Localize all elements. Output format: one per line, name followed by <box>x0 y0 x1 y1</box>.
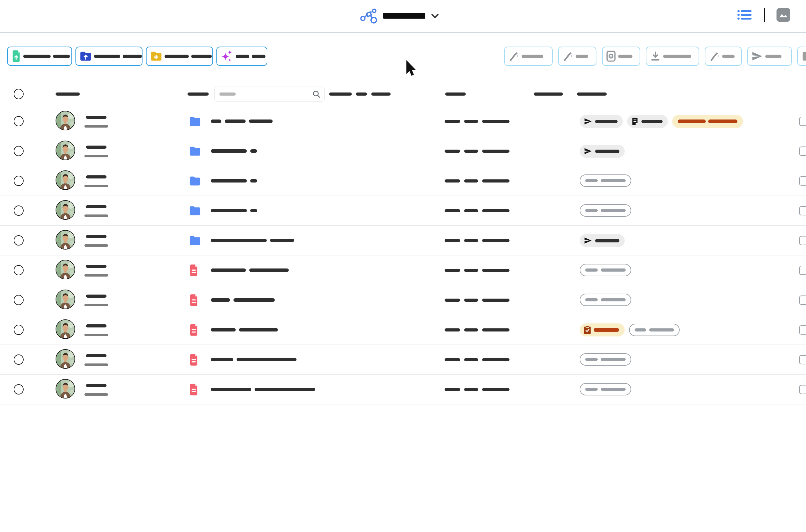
workspace-switcher[interactable] <box>359 7 440 24</box>
table-row[interactable] <box>0 196 806 226</box>
table-row[interactable] <box>0 166 806 196</box>
redacted-text <box>53 55 70 58</box>
redacted-text <box>482 239 509 242</box>
row-checkbox[interactable] <box>14 206 24 216</box>
redacted-text <box>356 93 367 96</box>
sparkles-icon <box>221 49 233 63</box>
status-chips <box>580 115 743 128</box>
new-folder-button[interactable] <box>146 46 213 66</box>
redacted-text <box>445 358 460 361</box>
status-chips <box>580 293 631 306</box>
scan-button[interactable] <box>602 46 640 66</box>
status-chips <box>580 234 625 247</box>
row-checkbox[interactable] <box>14 325 24 335</box>
folder-icon <box>189 115 201 128</box>
table-row[interactable] <box>0 226 806 255</box>
row-checkbox[interactable] <box>14 355 24 365</box>
download-button[interactable] <box>646 46 699 66</box>
download-icon <box>650 51 661 61</box>
date-redacted <box>445 388 509 391</box>
send-icon <box>584 237 592 244</box>
bulk-action-1-button[interactable] <box>504 46 552 66</box>
bulk-action-2-button[interactable] <box>558 46 596 66</box>
user-avatar <box>56 379 75 399</box>
upload-file-button[interactable] <box>7 46 72 66</box>
folder-icon <box>189 204 201 217</box>
redacted-text <box>464 120 478 123</box>
row-action-button[interactable] <box>799 147 806 156</box>
search-input[interactable] <box>214 87 325 101</box>
clipboard-check-icon <box>584 326 591 334</box>
row-action-button[interactable] <box>799 296 806 305</box>
overflow-button[interactable] <box>797 46 806 66</box>
row-checkbox[interactable] <box>14 384 24 395</box>
row-action-button[interactable] <box>799 117 806 126</box>
row-action-button[interactable] <box>799 355 806 364</box>
send-button[interactable] <box>747 46 792 66</box>
table-row[interactable] <box>0 107 806 136</box>
status-chip-outline <box>580 174 631 187</box>
redacted-text <box>464 358 478 361</box>
list-view-button[interactable] <box>737 9 752 20</box>
user-avatar <box>56 140 75 160</box>
status-chip-outline <box>580 204 631 217</box>
file-upload-icon <box>12 50 21 62</box>
redacted-text <box>86 146 107 149</box>
row-action-button[interactable] <box>799 206 806 215</box>
table-row[interactable] <box>0 136 806 166</box>
redacted-text <box>329 93 352 96</box>
redacted-text <box>85 185 108 187</box>
redacted-text <box>371 93 391 96</box>
file-name-redacted <box>211 388 315 391</box>
redacted-text <box>482 388 509 391</box>
document-icon <box>189 264 199 277</box>
row-action-button[interactable] <box>799 176 806 186</box>
upload-folder-button[interactable] <box>75 46 143 66</box>
date-redacted <box>445 209 509 212</box>
table-row[interactable] <box>0 375 806 404</box>
redacted-text <box>86 294 107 298</box>
redacted-text <box>85 214 108 217</box>
status-chip-sent <box>580 145 625 158</box>
row-checkbox[interactable] <box>14 116 24 126</box>
ai-assist-button[interactable] <box>217 46 267 66</box>
redacted-text <box>635 328 646 331</box>
row-checkbox[interactable] <box>14 265 24 275</box>
row-checkbox[interactable] <box>14 235 24 246</box>
row-action-button[interactable] <box>799 325 806 335</box>
redacted-text <box>211 388 251 391</box>
redacted-text <box>601 298 625 301</box>
redacted-text <box>86 175 107 178</box>
date-redacted <box>445 120 509 123</box>
mouse-cursor <box>406 60 417 77</box>
redacted-text <box>255 388 315 391</box>
redacted-text <box>595 239 619 242</box>
select-all-checkbox[interactable] <box>14 89 24 99</box>
row-action-button[interactable] <box>799 236 806 245</box>
status-chip-outline <box>629 324 680 336</box>
row-action-button[interactable] <box>799 266 806 275</box>
gallery-view-button[interactable] <box>776 8 790 22</box>
table-row[interactable] <box>0 315 806 345</box>
redacted-text <box>464 299 478 302</box>
user-avatar <box>56 111 75 130</box>
table-row[interactable] <box>0 255 806 285</box>
row-checkbox[interactable] <box>14 176 24 186</box>
magic-wand-icon <box>509 51 519 61</box>
table-row[interactable] <box>0 345 806 375</box>
folder-icon <box>189 174 201 188</box>
redacted-text <box>211 268 246 272</box>
folder-icon <box>189 234 201 247</box>
row-checkbox[interactable] <box>14 295 24 305</box>
redacted-text <box>85 244 108 247</box>
row-action-button[interactable] <box>799 385 806 394</box>
row-checkbox[interactable] <box>14 146 24 156</box>
redacted-text <box>250 209 257 212</box>
redacted-text <box>464 269 478 272</box>
bulk-action-3-button[interactable] <box>705 46 742 66</box>
status-chip-outline <box>580 383 631 395</box>
view-toggle <box>737 7 790 22</box>
redacted-text <box>765 55 782 58</box>
table-row[interactable] <box>0 285 806 315</box>
redacted-text <box>678 119 706 123</box>
